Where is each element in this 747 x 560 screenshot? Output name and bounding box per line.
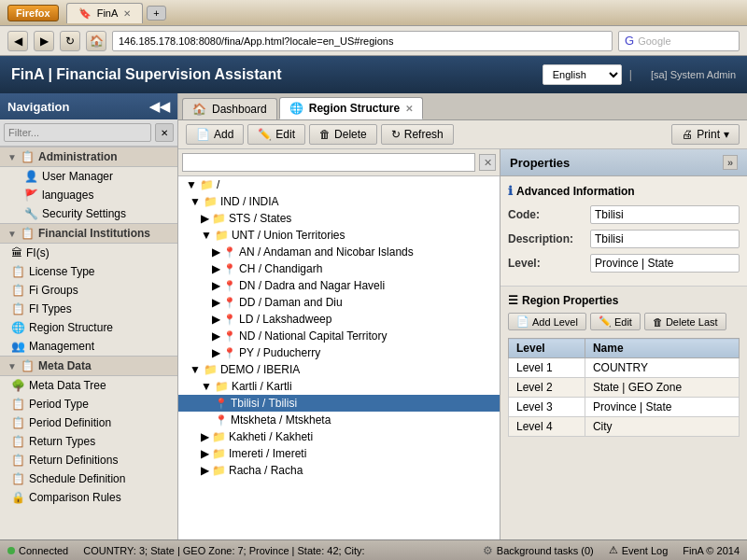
sidebar-item-return-types[interactable]: 📋 Return Types [0,432,177,451]
sidebar: Navigation ◀◀ ✕ ▼ 📋 Administration 👤 Use… [0,93,178,539]
forward-button[interactable]: ▶ [34,31,54,51]
background-tasks[interactable]: ⚙ Background tasks (0) [483,544,594,557]
region-edit-icon: ✏️ [599,315,612,328]
sidebar-item-financial-institutions[interactable]: ▼ 📋 Financial Institutions [0,223,177,244]
sidebar-toggle[interactable]: ◀◀ [149,99,170,114]
tab-region-structure[interactable]: 🌐 Region Structure ✕ [279,97,423,119]
sidebar-item-security-settings[interactable]: 🔧 Security Settings [0,204,177,223]
tree-icon: 🌳 [11,379,25,392]
kakheti-folder-icon: 📁 [212,430,226,443]
level-input[interactable] [590,254,740,273]
address-bar: ◀ ▶ ↻ 🏠 G Google [0,26,747,56]
region-tree-item-kartli[interactable]: ▼ 📁 Kartli / Kartli [178,378,500,395]
region-tree-item-mtskheta[interactable]: 📍 Mtskheta / Mtskheta [178,412,500,428]
delete-icon: 🗑 [319,128,331,141]
region-tree-item-tbilisi[interactable]: 📍 Tbilisi / Tbilisi [178,395,500,412]
sidebar-filter-input[interactable] [4,123,151,142]
level-label: Level: [508,257,583,270]
search-bar[interactable]: G Google [618,31,740,51]
connection-dot [7,547,15,554]
ch-location-icon: 📍 [223,263,236,275]
description-field-row: Description: [508,230,740,248]
tab-dashboard[interactable]: 🏠 Dashboard [182,98,277,119]
sidebar-item-fi-s[interactable]: 🏛 FI(s) [0,244,177,262]
region-tree-item-ld[interactable]: ▶ 📍 LD / Lakshadweep [178,311,500,328]
delete-last-button[interactable]: 🗑 Delete Last [644,313,726,330]
app-header: FinA | Financial Supervision Assistant E… [0,56,747,93]
sidebar-tree: ▼ 📋 Administration 👤 User Manager 🚩 lang… [0,147,177,539]
sidebar-item-fi-label: Financial Institutions [38,227,150,240]
language-selector[interactable]: English [543,64,622,85]
row3-level: Level 3 [509,398,585,417]
sidebar-item-meta-data-tree[interactable]: 🌳 Meta Data Tree [0,376,177,395]
properties-title: Properties [510,156,570,170]
row2-level: Level 2 [509,378,585,398]
sidebar-item-fi-types[interactable]: 📋 FI Types [0,300,177,318]
list-icon: ☰ [508,294,518,307]
region-tree-item-imereti[interactable]: ▶ 📁 Imereti / Imereti [178,445,500,462]
tab-close-icon[interactable]: ✕ [123,8,131,19]
sidebar-item-management[interactable]: 👥 Management [0,337,177,356]
name-column-header: Name [585,339,739,358]
edit-button[interactable]: ✏️ Edit [247,124,305,145]
sidebar-item-meta-data[interactable]: ▼ 📋 Meta Data [0,356,177,376]
root-folder-icon: 📁 [200,178,214,191]
tree-search-bar: ✕ [178,149,500,176]
add-button[interactable]: 📄 Add [186,124,244,145]
region-tree-item-root[interactable]: ▼ 📁 / [178,176,500,193]
url-input[interactable] [112,31,613,51]
sidebar-item-comparison-rules[interactable]: 🔒 Comparison Rules [0,488,177,507]
print-button[interactable]: 🖨 Print ▾ [671,124,740,145]
region-tree-item-nd[interactable]: ▶ 📍 ND / National Capital Territory [178,328,500,344]
sidebar-item-meta-label: Meta Data [38,359,92,372]
sidebar-item-license-type[interactable]: 📋 License Type [0,262,177,281]
code-input[interactable] [590,205,740,224]
region-edit-button[interactable]: ✏️ Edit [590,313,641,330]
doc2-icon: 📋 [11,284,25,297]
region-tree-item-an[interactable]: ▶ 📍 AN / Andaman and Nicobar Islands [178,244,500,260]
properties-collapse-button[interactable]: » [723,155,738,170]
dashboard-icon: 🏠 [192,103,206,116]
new-tab-button[interactable]: + [147,6,165,21]
back-button[interactable]: ◀ [7,31,28,51]
delete-button[interactable]: 🗑 Delete [309,124,377,145]
sidebar-item-return-definitions[interactable]: 📋 Return Definitions [0,451,177,469]
meta-icon: 📋 [21,359,35,372]
tree-search-input[interactable] [182,153,475,172]
description-input[interactable] [590,230,740,248]
region-tab-close[interactable]: ✕ [405,104,413,114]
row2-name: State | GEO Zone [585,378,739,398]
sidebar-title: Navigation [7,100,69,114]
imereti-folder-icon: 📁 [212,447,226,460]
event-log[interactable]: ⚠ Event Log [609,544,669,556]
reload-button[interactable]: ↻ [60,31,80,51]
firefox-button[interactable]: Firefox [7,5,59,21]
region-tree-item-kakheti[interactable]: ▶ 📁 Kakheti / Kakheti [178,428,500,445]
flag-icon: 🚩 [24,189,38,202]
sidebar-filter-clear[interactable]: ✕ [155,123,174,142]
mtskheta-location-icon: 📍 [215,414,228,427]
tree-search-clear[interactable]: ✕ [479,154,496,171]
sidebar-item-languages[interactable]: 🚩 languages [0,186,177,204]
refresh-button[interactable]: ↻ Refresh [381,124,454,145]
region-tree-item-unt[interactable]: ▼ 📁 UNT / Union Territories [178,227,500,244]
sidebar-item-region-structure[interactable]: 🌐 Region Structure [0,318,177,337]
region-tree-item-py[interactable]: ▶ 📍 PY / Puducherry [178,344,500,361]
sidebar-item-schedule-definition[interactable]: 📋 Schedule Definition [0,469,177,488]
region-tree-item-sts[interactable]: ▶ 📁 STS / States [178,210,500,227]
region-tree-item-ch[interactable]: ▶ 📍 CH / Chandigarh [178,260,500,277]
add-level-button[interactable]: 📄 Add Level [508,313,586,330]
region-tree-item-racha[interactable]: ▶ 📁 Racha / Racha [178,462,500,479]
browser-tab[interactable]: 🔖 FinA ✕ [66,3,144,23]
sidebar-item-fi-groups[interactable]: 📋 Fi Groups [0,281,177,300]
region-tree-item-ind[interactable]: ▼ 📁 IND / INDIA [178,193,500,210]
home-button[interactable]: 🏠 [86,31,106,51]
region-tree-item-demo[interactable]: ▼ 📁 DEMO / IBERIA [178,361,500,378]
sidebar-item-period-definition[interactable]: 📋 Period Definition [0,413,177,432]
sidebar-item-period-type[interactable]: 📋 Period Type [0,395,177,413]
sidebar-item-user-manager[interactable]: 👤 User Manager [0,167,177,186]
sidebar-item-administration[interactable]: ▼ 📋 Administration [0,147,177,167]
region-tree-item-dd[interactable]: ▶ 📍 DD / Daman and Diu [178,294,500,311]
region-tree-item-dn[interactable]: ▶ 📍 DN / Dadra and Nagar Haveli [178,277,500,294]
table-row: Level 3 Province | State [509,398,740,417]
